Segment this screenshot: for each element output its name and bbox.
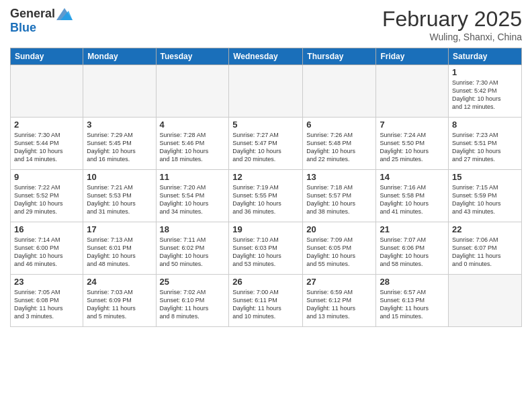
logo: General Blue [10,7,73,35]
calendar-day: 11Sunrise: 7:20 AM Sunset: 5:54 PM Dayli… [156,170,229,222]
day-number: 1 [452,67,518,77]
calendar-day: 2Sunrise: 7:30 AM Sunset: 5:44 PM Daylig… [11,118,83,170]
day-number: 13 [306,172,372,182]
calendar-week-row: 2Sunrise: 7:30 AM Sunset: 5:44 PM Daylig… [11,118,522,170]
calendar-day [376,65,449,118]
calendar-day: 21Sunrise: 7:07 AM Sunset: 6:06 PM Dayli… [376,222,449,275]
day-info: Sunrise: 7:13 AM Sunset: 6:01 PM Dayligh… [87,236,152,269]
location-subtitle: Wuling, Shanxi, China [382,32,522,42]
day-number: 11 [160,172,226,182]
calendar-day: 7Sunrise: 7:24 AM Sunset: 5:50 PM Daylig… [376,118,449,170]
calendar-day: 5Sunrise: 7:27 AM Sunset: 5:47 PM Daylig… [229,118,303,170]
day-number: 21 [380,224,445,234]
day-info: Sunrise: 7:20 AM Sunset: 5:54 PM Dayligh… [160,183,226,216]
day-number: 24 [87,277,152,287]
day-info: Sunrise: 7:07 AM Sunset: 6:06 PM Dayligh… [380,236,445,269]
day-number: 28 [380,277,445,287]
calendar-day: 9Sunrise: 7:22 AM Sunset: 5:52 PM Daylig… [11,170,83,222]
day-info: Sunrise: 7:14 AM Sunset: 6:00 PM Dayligh… [14,236,79,269]
calendar-day: 8Sunrise: 7:23 AM Sunset: 5:51 PM Daylig… [449,118,522,170]
calendar-day: 18Sunrise: 7:11 AM Sunset: 6:02 PM Dayli… [156,222,229,275]
logo-general-text: General [10,7,55,21]
calendar-day [156,65,229,118]
day-info: Sunrise: 7:30 AM Sunset: 5:42 PM Dayligh… [452,79,518,111]
day-info: Sunrise: 7:09 AM Sunset: 6:05 PM Dayligh… [306,236,372,269]
day-info: Sunrise: 7:28 AM Sunset: 5:46 PM Dayligh… [160,131,226,164]
calendar-day: 16Sunrise: 7:14 AM Sunset: 6:00 PM Dayli… [11,222,83,275]
calendar-day: 26Sunrise: 7:00 AM Sunset: 6:11 PM Dayli… [229,275,303,327]
calendar-day: 4Sunrise: 7:28 AM Sunset: 5:46 PM Daylig… [156,118,229,170]
day-info: Sunrise: 6:57 AM Sunset: 6:13 PM Dayligh… [380,288,445,321]
day-number: 26 [232,277,299,287]
calendar-day: 23Sunrise: 7:05 AM Sunset: 6:08 PM Dayli… [11,275,83,327]
day-number: 10 [87,172,152,182]
day-number: 2 [14,120,79,130]
day-info: Sunrise: 7:21 AM Sunset: 5:53 PM Dayligh… [87,183,152,216]
day-number: 15 [452,172,518,182]
day-info: Sunrise: 7:19 AM Sunset: 5:55 PM Dayligh… [232,183,299,216]
calendar-week-row: 23Sunrise: 7:05 AM Sunset: 6:08 PM Dayli… [11,275,522,327]
day-number: 22 [452,224,518,234]
page-container: General Blue February 2025 Wuling, Shanx… [0,0,532,334]
day-info: Sunrise: 7:22 AM Sunset: 5:52 PM Dayligh… [14,183,79,216]
calendar-day: 10Sunrise: 7:21 AM Sunset: 5:53 PM Dayli… [83,170,156,222]
day-number: 4 [160,120,226,130]
day-number: 23 [14,277,79,287]
day-number: 8 [452,120,518,130]
day-info: Sunrise: 7:10 AM Sunset: 6:03 PM Dayligh… [232,236,299,269]
day-number: 3 [87,120,152,130]
calendar-header-row: Sunday Monday Tuesday Wednesday Thursday… [11,48,522,65]
day-info: Sunrise: 7:29 AM Sunset: 5:45 PM Dayligh… [87,131,152,164]
logo-icon [56,8,73,20]
day-number: 12 [232,172,299,182]
page-header: General Blue February 2025 Wuling, Shanx… [10,7,522,42]
title-block: February 2025 Wuling, Shanxi, China [382,7,522,42]
day-number: 17 [87,224,152,234]
day-number: 7 [380,120,445,130]
day-number: 16 [14,224,79,234]
calendar-day: 15Sunrise: 7:15 AM Sunset: 5:59 PM Dayli… [449,170,522,222]
day-info: Sunrise: 7:03 AM Sunset: 6:09 PM Dayligh… [87,288,152,321]
day-info: Sunrise: 7:30 AM Sunset: 5:44 PM Dayligh… [14,131,79,164]
calendar-week-row: 1Sunrise: 7:30 AM Sunset: 5:42 PM Daylig… [11,65,522,118]
day-info: Sunrise: 7:11 AM Sunset: 6:02 PM Dayligh… [160,236,226,269]
calendar-day: 20Sunrise: 7:09 AM Sunset: 6:05 PM Dayli… [303,222,376,275]
calendar-day: 12Sunrise: 7:19 AM Sunset: 5:55 PM Dayli… [229,170,303,222]
calendar-day: 27Sunrise: 6:59 AM Sunset: 6:12 PM Dayli… [303,275,376,327]
calendar-day: 13Sunrise: 7:18 AM Sunset: 5:57 PM Dayli… [303,170,376,222]
calendar-day [449,275,522,327]
day-number: 25 [160,277,226,287]
calendar-day [229,65,303,118]
day-number: 18 [160,224,226,234]
calendar-table: Sunday Monday Tuesday Wednesday Thursday… [10,48,522,327]
day-info: Sunrise: 7:18 AM Sunset: 5:57 PM Dayligh… [306,183,372,216]
day-number: 5 [232,120,299,130]
day-info: Sunrise: 7:00 AM Sunset: 6:11 PM Dayligh… [232,288,299,321]
day-info: Sunrise: 6:59 AM Sunset: 6:12 PM Dayligh… [306,288,372,321]
day-number: 6 [306,120,372,130]
col-friday: Friday [376,48,449,65]
calendar-week-row: 9Sunrise: 7:22 AM Sunset: 5:52 PM Daylig… [11,170,522,222]
calendar-day: 6Sunrise: 7:26 AM Sunset: 5:48 PM Daylig… [303,118,376,170]
calendar-day [303,65,376,118]
col-monday: Monday [83,48,156,65]
calendar-day [11,65,83,118]
day-info: Sunrise: 7:23 AM Sunset: 5:51 PM Dayligh… [452,131,518,164]
logo-blue-text: Blue [10,21,36,34]
day-info: Sunrise: 7:16 AM Sunset: 5:58 PM Dayligh… [380,183,445,216]
calendar-day: 25Sunrise: 7:02 AM Sunset: 6:10 PM Dayli… [156,275,229,327]
month-title: February 2025 [382,7,522,32]
day-info: Sunrise: 7:15 AM Sunset: 5:59 PM Dayligh… [452,183,518,216]
calendar-day: 14Sunrise: 7:16 AM Sunset: 5:58 PM Dayli… [376,170,449,222]
calendar-week-row: 16Sunrise: 7:14 AM Sunset: 6:00 PM Dayli… [11,222,522,275]
calendar-day: 28Sunrise: 6:57 AM Sunset: 6:13 PM Dayli… [376,275,449,327]
calendar-day [83,65,156,118]
day-info: Sunrise: 7:06 AM Sunset: 6:07 PM Dayligh… [452,236,518,269]
day-info: Sunrise: 7:05 AM Sunset: 6:08 PM Dayligh… [14,288,79,321]
day-number: 14 [380,172,445,182]
day-number: 27 [306,277,372,287]
calendar-day: 19Sunrise: 7:10 AM Sunset: 6:03 PM Dayli… [229,222,303,275]
day-info: Sunrise: 7:24 AM Sunset: 5:50 PM Dayligh… [380,131,445,164]
day-info: Sunrise: 7:02 AM Sunset: 6:10 PM Dayligh… [160,288,226,321]
calendar-day: 3Sunrise: 7:29 AM Sunset: 5:45 PM Daylig… [83,118,156,170]
